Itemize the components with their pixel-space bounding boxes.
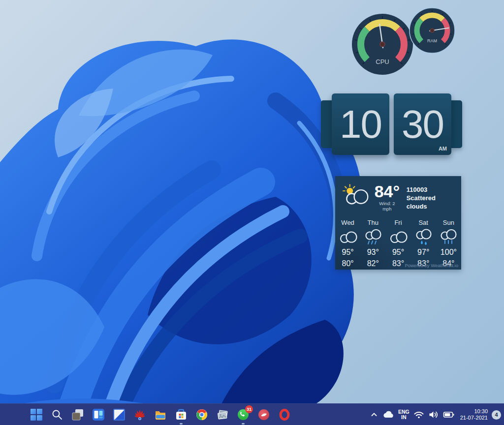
opera-button[interactable] xyxy=(274,404,295,425)
language-indicator[interactable]: ENG IN xyxy=(398,409,410,420)
cloud-rain-icon xyxy=(362,228,384,245)
forecast-day-fri: Fri 95° 83° xyxy=(385,219,410,268)
diagonal-split-app-icon xyxy=(113,408,126,421)
weather-widget[interactable]: 84° Wind: 2 mph 110003 Scattered clouds … xyxy=(335,176,461,270)
sun-behind-clouds-icon xyxy=(341,182,372,207)
forecast-day-sun: Sun 100° 84° xyxy=(436,219,461,268)
wifi-icon[interactable] xyxy=(413,410,424,420)
clock-hour-card: 10 xyxy=(332,93,389,155)
desktop: CPU RA xyxy=(0,0,504,425)
diagonal-split-app-button[interactable] xyxy=(109,404,129,425)
location-code: 110003 xyxy=(407,185,457,194)
widgets-button[interactable] xyxy=(88,404,109,425)
huawei-app-button[interactable] xyxy=(129,404,150,425)
red-media-app-button[interactable] xyxy=(253,404,274,425)
clock-meridiem: AM xyxy=(439,146,447,152)
cpu-gauge-hub xyxy=(380,42,385,47)
microsoft-store-button[interactable] xyxy=(171,404,191,425)
running-indicator xyxy=(180,423,183,425)
ram-gauge-hub xyxy=(430,29,434,32)
current-temp: 84° xyxy=(374,182,400,200)
current-condition: Scattered clouds xyxy=(407,194,457,211)
volume-icon[interactable] xyxy=(428,410,439,420)
red-media-app-icon xyxy=(257,408,270,421)
file-explorer-button[interactable] xyxy=(150,404,171,425)
chrome-button[interactable] xyxy=(191,404,212,425)
clock-minute-card: 30 AM xyxy=(394,93,451,155)
ram-gauge[interactable]: RAM xyxy=(410,8,455,53)
weather-current: 84° Wind: 2 mph 110003 Scattered clouds xyxy=(335,176,461,212)
photos-icon xyxy=(216,408,229,421)
whatsapp-unread-badge: 31 xyxy=(245,405,253,413)
microsoft-store-icon xyxy=(175,408,188,421)
photos-button[interactable] xyxy=(212,404,233,425)
start-button[interactable] xyxy=(26,404,47,425)
forecast-day-thu: Thu 93° 82° xyxy=(360,219,385,268)
forecast-day-sat: Sat 97° 83° xyxy=(411,219,436,268)
cpu-gauge-label: CPU xyxy=(376,58,389,65)
widgets-icon xyxy=(92,408,105,421)
battery-icon[interactable] xyxy=(443,410,455,420)
system-gauges-widget[interactable]: CPU RA xyxy=(345,3,466,84)
onedrive-icon[interactable] xyxy=(382,410,394,419)
taskbar: 31 xyxy=(0,403,504,425)
cpu-gauge[interactable]: CPU xyxy=(352,14,413,75)
taskbar-icons: 31 xyxy=(26,404,295,425)
running-indicator xyxy=(242,423,245,425)
tray-time: 10:30 xyxy=(460,408,488,415)
ram-gauge-label: RAM xyxy=(427,38,437,43)
cloud-rain-icon xyxy=(438,228,459,245)
tray-chevron-up-icon[interactable] xyxy=(370,410,378,419)
windows-logo-icon xyxy=(30,408,43,421)
search-icon xyxy=(51,409,63,421)
clock-side-flap-left xyxy=(321,100,333,148)
clouds-icon xyxy=(387,228,409,245)
tray-date: 21-07-2021 xyxy=(460,415,488,421)
forecast-day-wed: Wed 95° 80° xyxy=(335,219,360,268)
whatsapp-button[interactable]: 31 xyxy=(233,404,253,425)
chrome-icon xyxy=(195,408,208,421)
task-view-button[interactable] xyxy=(67,404,88,425)
cloud-raindrops-icon xyxy=(412,228,434,245)
notification-count-badge[interactable]: 4 xyxy=(492,410,501,420)
task-view-icon xyxy=(71,408,84,421)
clock-side-flap-right xyxy=(450,100,462,148)
clouds-icon xyxy=(337,228,359,245)
file-explorer-icon xyxy=(154,408,167,421)
search-button[interactable] xyxy=(47,404,67,425)
flip-clock-widget[interactable]: 10 30 AM xyxy=(321,93,462,155)
current-wind: Wind: 2 mph xyxy=(374,201,400,212)
opera-icon xyxy=(278,408,291,421)
forecast-row: Wed 95° 80° Thu 93° 82° xyxy=(335,219,461,268)
clock-hour: 10 xyxy=(340,102,381,147)
system-tray: ENG IN 10:30 21-07-2021 4 xyxy=(370,404,501,425)
weather-credit: Powered by Weatherbit.io xyxy=(405,263,458,268)
clock-minute: 30 xyxy=(402,102,443,147)
clock-date-area[interactable]: 10:30 21-07-2021 xyxy=(460,408,488,421)
huawei-logo-icon xyxy=(133,408,146,421)
